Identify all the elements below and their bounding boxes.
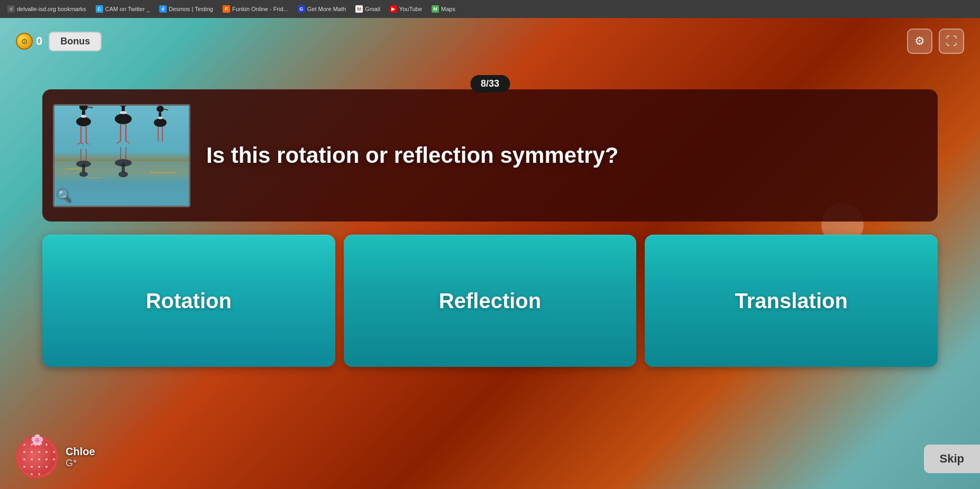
favicon-gmail: M bbox=[355, 5, 363, 13]
answer-translation-label: Translation bbox=[735, 289, 847, 313]
svg-rect-4 bbox=[86, 177, 102, 178]
tab-getmore[interactable]: G Get More Math bbox=[295, 4, 349, 14]
player-score: G* bbox=[66, 458, 95, 469]
svg-rect-37 bbox=[122, 163, 125, 172]
answer-reflection-button[interactable]: Reflection bbox=[344, 235, 637, 367]
fullscreen-icon: ⛶ bbox=[946, 34, 957, 48]
score-badge: ⊙ 0 bbox=[16, 33, 42, 50]
top-controls: ⊙ 0 Bonus ⚙ ⛶ bbox=[0, 29, 980, 54]
progress-text: 8/33 bbox=[481, 78, 499, 89]
tab-getmore-label: Get More Math bbox=[307, 6, 346, 12]
avatar-flower: 🌸 bbox=[31, 433, 44, 446]
coin-icon: ⊙ bbox=[16, 33, 33, 50]
zoom-icon[interactable]: 🔍 bbox=[57, 189, 71, 203]
avatar-body: 🌸 bbox=[19, 439, 56, 476]
tab-desmos-label: Desmos | Testing bbox=[169, 6, 213, 12]
tab-desmos[interactable]: d Desmos | Testing bbox=[156, 4, 216, 14]
browser-bar: d delvalle-isd.org bookmarks C CAM on Tw… bbox=[0, 0, 980, 18]
top-right-controls: ⚙ ⛶ bbox=[907, 29, 964, 54]
tab-gmail-label: Gmail bbox=[365, 6, 380, 12]
svg-point-19 bbox=[120, 111, 126, 114]
game-area: ⊙ 0 Bonus ⚙ ⛶ 8/33 bbox=[0, 18, 980, 489]
bird-image-svg bbox=[54, 106, 190, 207]
tab-gmail[interactable]: M Gmail bbox=[352, 4, 383, 14]
tab-youtube-label: YouTube bbox=[399, 6, 422, 12]
tab-maps-label: Maps bbox=[441, 6, 455, 12]
answer-reflection-label: Reflection bbox=[439, 289, 541, 313]
gear-icon: ⚙ bbox=[914, 34, 925, 48]
tab-cam[interactable]: C CAM on Twitter _ bbox=[93, 4, 153, 14]
answer-rotation-button[interactable]: Rotation bbox=[42, 235, 335, 367]
favicon-desmos: d bbox=[159, 5, 167, 13]
tab-cam-label: CAM on Twitter _ bbox=[105, 6, 150, 12]
tab-funkin-label: Funkin Online - Frid... bbox=[232, 6, 288, 12]
bonus-button[interactable]: Bonus bbox=[49, 32, 102, 51]
avatar: 🌸 bbox=[16, 436, 58, 478]
svg-point-28 bbox=[158, 116, 162, 119]
tab-delvalle[interactable]: d delvalle-isd.org bookmarks bbox=[4, 4, 89, 14]
tab-youtube[interactable]: ▶ YouTube bbox=[387, 4, 425, 14]
svg-point-38 bbox=[118, 171, 128, 177]
answer-translation-button[interactable]: Translation bbox=[645, 235, 938, 367]
svg-rect-32 bbox=[82, 164, 85, 172]
favicon-maps: M bbox=[432, 5, 439, 13]
favicon-getmore: G bbox=[298, 5, 305, 13]
answer-rotation-label: Rotation bbox=[146, 289, 232, 313]
image-container: 🔍 bbox=[53, 104, 190, 207]
player-info: 🌸 Chloe G* bbox=[16, 436, 95, 478]
question-panel: 🔍 Is this rotation or reflection symmetr… bbox=[42, 89, 938, 222]
skip-button[interactable]: Skip bbox=[924, 445, 980, 473]
answers-area: Rotation Reflection Translation bbox=[42, 235, 938, 367]
tab-maps[interactable]: M Maps bbox=[428, 4, 459, 14]
tab-funkin[interactable]: F Funkin Online - Frid... bbox=[219, 4, 291, 14]
favicon-funkin: F bbox=[223, 5, 230, 13]
score-area: ⊙ 0 Bonus bbox=[16, 32, 102, 51]
svg-point-33 bbox=[79, 171, 88, 177]
svg-rect-3 bbox=[150, 172, 176, 173]
svg-point-9 bbox=[81, 115, 86, 118]
tab-delvalle-label: delvalle-isd.org bookmarks bbox=[17, 6, 86, 12]
favicon-cam: C bbox=[96, 5, 103, 13]
favicon-youtube: ▶ bbox=[390, 5, 397, 13]
score-value: 0 bbox=[36, 34, 42, 48]
svg-point-26 bbox=[157, 106, 164, 112]
favicon-delvalle: d bbox=[7, 5, 15, 13]
question-text: Is this rotation or reflection symmetry? bbox=[206, 143, 917, 168]
fullscreen-button[interactable]: ⛶ bbox=[939, 29, 964, 54]
player-details: Chloe G* bbox=[66, 446, 95, 469]
settings-button[interactable]: ⚙ bbox=[907, 29, 932, 54]
question-image bbox=[53, 104, 190, 207]
progress-badge: 8/33 bbox=[470, 75, 510, 93]
player-name: Chloe bbox=[66, 446, 95, 458]
